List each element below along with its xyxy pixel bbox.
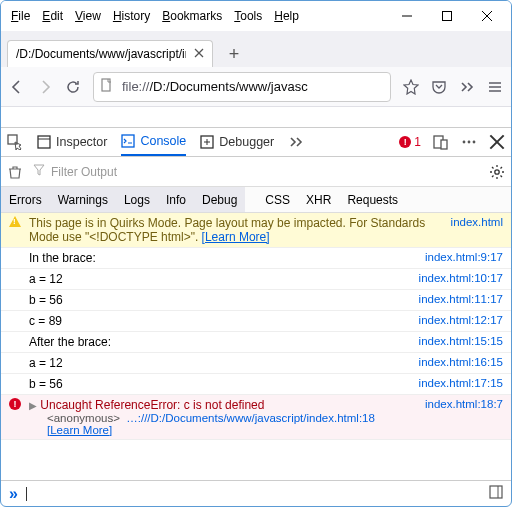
expand-chevron-icon[interactable]: ▶	[29, 400, 37, 411]
console-row: a = 12index.html:16:15	[1, 353, 511, 374]
learn-more-link[interactable]: [Learn More]	[47, 424, 112, 436]
console-row-error: ! ▶ Uncaught ReferenceError: c is not de…	[1, 395, 511, 440]
overflow-chevrons-icon[interactable]	[459, 79, 475, 95]
console-row: c = 89index.html:12:17	[1, 311, 511, 332]
svg-point-17	[463, 141, 466, 144]
forward-button[interactable]	[37, 79, 53, 95]
url-bar[interactable]: file:///D:/Documents/www/javasc	[93, 72, 391, 102]
browser-tab[interactable]: /D:/Documents/www/javascript/ind	[7, 40, 213, 67]
console-row: After the brace:index.html:15:15	[1, 332, 511, 353]
stack-frame-link[interactable]: …:///D:/Documents/www/javascript/index.h…	[126, 412, 375, 424]
console-row: b = 56index.html:17:15	[1, 374, 511, 395]
svg-point-19	[473, 141, 476, 144]
error-icon: !	[9, 398, 21, 410]
source-link[interactable]: index.html	[451, 216, 503, 228]
source-link[interactable]: index.html:18:7	[425, 398, 503, 410]
svg-rect-6	[102, 79, 110, 91]
tab-debugger[interactable]: Debugger	[200, 128, 274, 156]
menu-tools[interactable]: Tools	[228, 5, 268, 27]
tab-title: /D:/Documents/www/javascript/ind	[16, 47, 186, 61]
error-count-badge[interactable]: !1	[399, 135, 421, 149]
meatball-menu-icon[interactable]	[461, 134, 477, 150]
source-link[interactable]: index.html:16:15	[419, 356, 503, 368]
svg-rect-1	[443, 12, 452, 21]
bookmark-star-icon[interactable]	[403, 79, 419, 95]
cat-css[interactable]: CSS	[257, 187, 298, 212]
multiline-toggle-icon[interactable]	[489, 485, 503, 503]
svg-rect-23	[490, 486, 502, 498]
menu-bookmarks[interactable]: Bookmarks	[156, 5, 228, 27]
window-minimize-button[interactable]	[389, 3, 425, 29]
console-row-warning: This page is in Quirks Mode. Page layout…	[1, 213, 511, 248]
menu-view[interactable]: View	[69, 5, 107, 27]
console-settings-icon[interactable]	[489, 164, 505, 180]
url-text: file:///D:/Documents/www/javasc	[122, 79, 308, 94]
source-link[interactable]: index.html:12:17	[419, 314, 503, 326]
svg-point-22	[495, 169, 499, 173]
window-maximize-button[interactable]	[429, 3, 465, 29]
console-output: This page is in Quirks Mode. Page layout…	[1, 213, 511, 480]
menu-help[interactable]: Help	[268, 5, 305, 27]
cat-logs[interactable]: Logs	[116, 187, 158, 212]
tab-console[interactable]: Console	[121, 128, 186, 156]
hamburger-menu-icon[interactable]	[487, 79, 503, 95]
cat-requests[interactable]: Requests	[339, 187, 406, 212]
reload-button[interactable]	[65, 79, 81, 95]
new-tab-button[interactable]: +	[221, 41, 247, 67]
learn-more-link[interactable]: [Learn More]	[202, 230, 270, 244]
cat-debug[interactable]: Debug	[194, 187, 245, 212]
filter-input[interactable]: Filter Output	[33, 164, 479, 179]
svg-point-18	[468, 141, 471, 144]
console-input[interactable]	[26, 487, 481, 501]
console-row: In the brace:index.html:9:17	[1, 248, 511, 269]
cat-warnings[interactable]: Warnings	[50, 187, 116, 212]
element-picker-icon[interactable]	[7, 134, 23, 150]
svg-rect-11	[38, 136, 50, 148]
devtools-close-icon[interactable]	[489, 134, 505, 150]
source-link[interactable]: index.html:17:15	[419, 377, 503, 389]
clear-console-icon[interactable]	[7, 164, 23, 180]
console-row: a = 12index.html:10:17	[1, 269, 511, 290]
devtools-overflow-icon[interactable]	[288, 134, 304, 150]
file-icon	[100, 78, 114, 96]
source-link[interactable]: index.html:9:17	[425, 251, 503, 263]
responsive-mode-icon[interactable]	[433, 134, 449, 150]
source-link[interactable]: index.html:15:15	[419, 335, 503, 347]
warning-icon	[9, 216, 21, 227]
tab-inspector[interactable]: Inspector	[37, 128, 107, 156]
back-button[interactable]	[9, 79, 25, 95]
window-close-button[interactable]	[469, 3, 505, 29]
cat-errors[interactable]: Errors	[1, 187, 50, 212]
cat-xhr[interactable]: XHR	[298, 187, 339, 212]
cat-info[interactable]: Info	[158, 187, 194, 212]
source-link[interactable]: index.html:10:17	[419, 272, 503, 284]
console-row: b = 56index.html:11:17	[1, 290, 511, 311]
pocket-icon[interactable]	[431, 79, 447, 95]
svg-rect-16	[441, 140, 447, 149]
menu-history[interactable]: History	[107, 5, 156, 27]
tab-close-icon[interactable]	[194, 47, 204, 61]
menu-file[interactable]: File	[5, 5, 36, 27]
svg-rect-13	[122, 135, 134, 147]
funnel-icon	[33, 164, 45, 179]
menu-edit[interactable]: Edit	[36, 5, 69, 27]
prompt-chevron-icon: »	[9, 485, 18, 503]
source-link[interactable]: index.html:11:17	[419, 293, 503, 305]
